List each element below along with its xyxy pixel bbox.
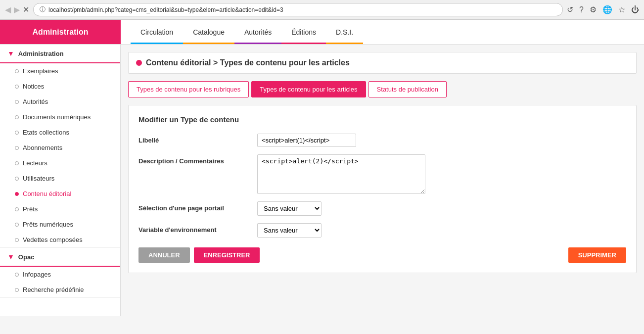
- nav-icons: ◀ ▶ ✕: [5, 5, 29, 14]
- sidebar-section-header-administration[interactable]: ▼ Administration: [0, 45, 120, 63]
- bookmark-icon[interactable]: ☆: [618, 5, 625, 14]
- arrow-icon: ▼: [7, 253, 14, 261]
- sidebar: ▼ Administration Exemplaires Notices Aut…: [0, 45, 121, 316]
- dot-icon: [15, 273, 19, 277]
- breadcrumb-text: Contenu éditorial > Types de contenu pou…: [146, 58, 350, 67]
- sidebar-item-exemplaires[interactable]: Exemplaires: [0, 63, 120, 79]
- tab-autorites[interactable]: Autorités: [234, 20, 281, 44]
- sidebar-item-prets-numeriques[interactable]: Prêts numériques: [0, 217, 120, 232]
- sidebar-item-utilisateurs[interactable]: Utilisateurs: [0, 171, 120, 186]
- form-row-description: Description / Commentaires <script>alert…: [138, 154, 626, 194]
- top-nav: Administration Circulation Catalogue Aut…: [0, 20, 644, 45]
- sidebar-section-label: Administration: [18, 50, 64, 57]
- page-portail-select[interactable]: Sans valeur: [257, 201, 322, 216]
- breadcrumb: Contenu éditorial > Types de contenu pou…: [128, 52, 637, 74]
- form-title: Modifier un Type de contenu: [138, 115, 626, 124]
- settings-icon[interactable]: ⚙: [590, 5, 597, 14]
- dot-icon: [15, 238, 19, 242]
- action-left: ANNULER ENREGISTRER: [138, 247, 260, 263]
- dot-icon: [15, 131, 19, 135]
- action-buttons: ANNULER ENREGISTRER SUPPRIMER: [138, 247, 626, 263]
- tab-btn-articles[interactable]: Types de contenu pour les articles: [251, 81, 366, 97]
- app-container: Administration Circulation Catalogue Aut…: [0, 20, 644, 316]
- forward-button[interactable]: ▶: [14, 5, 20, 14]
- address-bar[interactable]: ⓘ localhost/pmb/admin.php?categ=cms_edit…: [33, 3, 563, 16]
- sidebar-section-header-opac[interactable]: ▼ Opac: [0, 248, 120, 267]
- app-title: Administration: [0, 20, 121, 44]
- sidebar-item-contenu-editorial[interactable]: Contenu éditorial: [0, 186, 120, 201]
- sidebar-item-abonnements[interactable]: Abonnements: [0, 140, 120, 155]
- url-text: localhost/pmb/admin.php?categ=cms_editor…: [48, 6, 283, 13]
- form-label-page-portail: Sélection d'une page portail: [138, 201, 247, 212]
- tab-circulation[interactable]: Circulation: [131, 20, 183, 44]
- sidebar-item-documents-numeriques[interactable]: Documents numériques: [0, 109, 120, 125]
- annuler-button[interactable]: ANNULER: [138, 247, 190, 263]
- sidebar-item-vedettes-composees[interactable]: Vedettes composées: [0, 232, 120, 247]
- sidebar-section-opac: ▼ Opac Infopages Recherche prédéfinie: [0, 248, 120, 298]
- content-area: Contenu éditorial > Types de contenu pou…: [121, 45, 644, 316]
- tab-catalogue[interactable]: Catalogue: [183, 20, 234, 44]
- arrow-icon: ▼: [7, 49, 14, 57]
- dot-icon: [15, 177, 19, 181]
- form-row-page-portail: Sélection d'une page portail Sans valeur: [138, 201, 626, 216]
- sidebar-item-lecteurs[interactable]: Lecteurs: [0, 155, 120, 171]
- close-button[interactable]: ✕: [23, 5, 29, 14]
- form-row-variable-env: Variable d'environnement Sans valeur: [138, 223, 626, 238]
- nav-tabs: Circulation Catalogue Autorités Éditions…: [121, 20, 363, 44]
- tab-dsi[interactable]: D.S.I.: [326, 20, 363, 44]
- supprimer-button[interactable]: SUPPRIMER: [568, 247, 626, 263]
- form-label-description: Description / Commentaires: [138, 154, 247, 165]
- dot-icon: [15, 223, 19, 227]
- tab-btn-rubriques[interactable]: Types de contenu pour les rubriques: [128, 81, 249, 97]
- variable-env-select[interactable]: Sans valeur: [257, 223, 322, 238]
- browser-bar: ◀ ▶ ✕ ⓘ localhost/pmb/admin.php?categ=cm…: [0, 0, 644, 20]
- form-label-libelle: Libellé: [138, 134, 247, 144]
- form-label-variable-env: Variable d'environnement: [138, 223, 247, 234]
- description-textarea[interactable]: <script>alert(2)</script>: [257, 154, 425, 194]
- dot-icon: [15, 85, 19, 89]
- enregistrer-button[interactable]: ENREGISTRER: [194, 247, 260, 263]
- main-layout: ▼ Administration Exemplaires Notices Aut…: [0, 45, 644, 316]
- tab-btn-statuts[interactable]: Statuts de publication: [368, 81, 447, 97]
- sidebar-item-infopages[interactable]: Infopages: [0, 267, 120, 282]
- breadcrumb-dot: [136, 60, 142, 66]
- form-row-libelle: Libellé: [138, 134, 626, 147]
- sidebar-item-etats-collections[interactable]: Etats collections: [0, 125, 120, 140]
- dot-icon: [15, 207, 19, 211]
- libelle-input[interactable]: [257, 134, 356, 147]
- history-icon[interactable]: ↺: [567, 5, 573, 14]
- dot-icon: [15, 192, 19, 196]
- sidebar-section-label: Opac: [18, 253, 35, 261]
- lock-icon: ⓘ: [40, 5, 46, 14]
- back-button[interactable]: ◀: [5, 5, 11, 14]
- sidebar-item-autorites[interactable]: Autorités: [0, 94, 120, 109]
- dot-icon: [15, 161, 19, 165]
- globe-icon[interactable]: 🌐: [602, 5, 612, 14]
- tab-buttons: Types de contenu pour les rubriques Type…: [128, 81, 637, 97]
- dot-icon: [15, 100, 19, 104]
- dot-icon: [15, 288, 19, 292]
- dot-icon: [15, 115, 19, 119]
- tab-editions[interactable]: Éditions: [281, 20, 326, 44]
- power-icon[interactable]: ⏻: [631, 5, 639, 14]
- sidebar-item-prets[interactable]: Prêts: [0, 201, 120, 217]
- form-container: Modifier un Type de contenu Libellé Desc…: [128, 105, 637, 273]
- browser-toolbar-right: ↺ ? ⚙ 🌐 ☆ ⏻: [567, 5, 639, 14]
- dot-icon: [15, 69, 19, 73]
- sidebar-item-notices[interactable]: Notices: [0, 79, 120, 94]
- sidebar-section-administration: ▼ Administration Exemplaires Notices Aut…: [0, 45, 120, 248]
- help-icon[interactable]: ?: [579, 5, 584, 14]
- dot-icon: [15, 146, 19, 150]
- sidebar-item-recherche-predifinie[interactable]: Recherche prédéfinie: [0, 282, 120, 297]
